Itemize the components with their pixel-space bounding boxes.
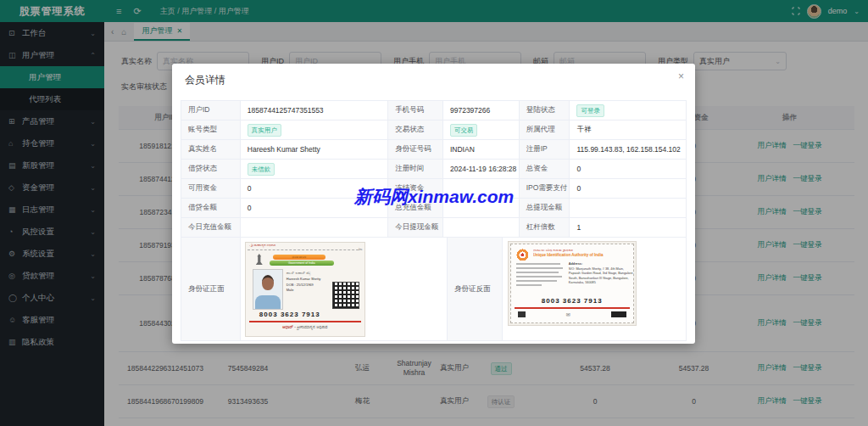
phone-icon (518, 311, 526, 317)
detail-value: 115.99.143.83, 162.158.154.102 (570, 140, 686, 159)
id-back-card: ಭಾರತೀಯ ವಿಶಿಷ್ಟ ಗುರುತು ಪ್ರಾಧಿಕಾರ Unique I… (510, 244, 634, 323)
detail-value (570, 199, 686, 217)
detail-value: 可登录 (570, 101, 686, 120)
red-divider (515, 307, 630, 309)
aadhaar-logo-icon (516, 249, 529, 261)
detail-label: 总资金 (520, 160, 570, 178)
detail-value: Hareesh Kumar Shetty (241, 140, 388, 159)
member-detail-table: 用户ID1858744125747351553手机号码9972397266登陆状… (181, 100, 687, 341)
detail-value: INDIAN (443, 140, 520, 159)
id-back-label: 身份证反面 (448, 238, 503, 340)
detail-label: 账号类型 (181, 121, 241, 139)
detail-row: 真实姓名Hareesh Kumar Shetty身份证号码INDIAN注册IP1… (181, 140, 686, 160)
govt-band-hindi: ಭಾರತ ಸರ್ಕಾರ (273, 255, 326, 260)
detail-row: 今日充值金额今日提现金额杠杆倍数1 (181, 218, 686, 238)
close-icon[interactable]: × (678, 70, 684, 82)
detail-value: 9972397266 (443, 101, 520, 120)
aadhaar-footer: ಆಧಾರ್ - ಶ್ರೀಸಾಮಾನ್ಯನ ಅಧಿಕಾರ (246, 324, 364, 330)
detail-value: 千祥 (570, 121, 686, 139)
detail-label: 身份证号码 (388, 140, 443, 159)
detail-label: 总提现金额 (520, 199, 570, 217)
status-badge: 未借款 (248, 163, 275, 176)
id-photo (253, 269, 283, 310)
india-emblem-icon (256, 254, 263, 265)
detail-value: 真实用户 (241, 121, 388, 139)
detail-value (443, 218, 520, 237)
detail-value: 未借款 (241, 160, 388, 178)
status-badge: 真实用户 (248, 124, 281, 137)
detail-row: 账号类型真实用户交易状态可交易所属代理千祥 (181, 121, 686, 140)
id-gender: Male (287, 288, 331, 294)
site-watermark: 新码网xinmaw.com (354, 185, 514, 209)
detail-label: 真实姓名 (181, 140, 241, 159)
status-badge: 可登录 (576, 104, 604, 117)
detail-label: 借贷状态 (181, 160, 241, 178)
id-front-cell: - ಶ್ರೀಸಾಮಾನ್ಯನ ಅಧಿಕಾರ ✂ ಭಾರತ ಸರ್ಕಾರ Gove… (241, 238, 448, 340)
detail-label: 注册IP (520, 140, 570, 159)
cut-line: ✂ (248, 249, 363, 250)
detail-label: 杠杆倍数 (520, 218, 570, 237)
address-english: Address:S/O: Manjunath Shetty, # 38, 4th… (569, 262, 633, 286)
detail-label: 登陆状态 (520, 101, 570, 120)
authority-kannada: ಭಾರತೀಯ ವಿಶಿಷ್ಟ ಗುರುತು ಪ್ರಾಧಿಕಾರ (533, 248, 632, 252)
id-front-image[interactable]: - ಶ್ರೀಸಾಮಾನ್ಯನ ಅಧಿಕಾರ ✂ ಭಾರತ ಸರ್ಕಾರ Gove… (245, 242, 365, 337)
id-text-lines: ಹರೀಶ್ ಕುಮಾರ್ ಶೆಟ್ಟಿ Hareesh Kumar Shetty… (287, 271, 331, 294)
id-back-cell: ಭಾರತೀಯ ವಿಶಿಷ್ಟ ಗುರುತು ಪ್ರಾಧಿಕಾರ Unique I… (503, 238, 686, 340)
detail-value (241, 218, 388, 237)
detail-label: 用户ID (181, 101, 241, 120)
govt-band-english: Government of India (270, 261, 334, 266)
detail-value: 2024-11-19 16:28:28 (443, 160, 520, 178)
detail-label: 注册时间 (388, 160, 443, 178)
detail-row: 借贷状态未借款注册时间2024-11-19 16:28:28总资金0 (181, 160, 686, 179)
detail-label: 手机号码 (388, 101, 443, 120)
detail-label: 借贷金额 (181, 199, 241, 217)
scissors-icon: ✂ (359, 246, 363, 252)
detail-label: 可用资金 (181, 179, 241, 198)
aadhaar-number: 8003 3623 7913 (246, 311, 334, 318)
aadhaar-top-strip: - ಶ್ರೀಸಾಮಾನ್ಯನ ಅಧಿಕಾರ (249, 243, 364, 249)
detail-value: 1858744125747351553 (241, 101, 388, 120)
detail-value: 0 (570, 160, 686, 178)
id-name: Hareesh Kumar Shetty (287, 277, 331, 283)
status-badge: 可交易 (450, 124, 478, 137)
contact-icons-row: ✉ (518, 311, 626, 317)
detail-label: 交易状态 (388, 121, 443, 139)
address-kannada-lines (516, 263, 564, 289)
id-back-image[interactable]: ಭಾರತೀಯ ವಿಶಿಷ್ಟ ಗುರುತು ಪ್ರಾಧಿಕಾರ Unique I… (508, 241, 637, 326)
detail-value: 可交易 (443, 121, 520, 139)
authority-english: Unique Identification Authority of India (533, 253, 632, 257)
id-dob: DOB : 25/12/1969 (287, 283, 331, 289)
detail-value: 1 (570, 218, 686, 237)
id-front-label: 身份证正面 (181, 238, 241, 340)
qr-code (332, 282, 359, 309)
mail-icon: ✉ (566, 311, 570, 317)
detail-label: IPO需要支付 (520, 179, 570, 198)
detail-label: 所属代理 (520, 121, 570, 139)
detail-value: 0 (570, 179, 686, 198)
modal-title: 会员详情 (185, 73, 225, 87)
red-divider (249, 321, 361, 322)
id-images-row: 身份证正面 - ಶ್ರೀಸಾಮಾನ್ಯನ ಅಧಿಕಾರ ✂ ಭಾರತ ಸರ್ಕಾ… (181, 238, 686, 341)
detail-row: 用户ID1858744125747351553手机号码9972397266登陆状… (181, 101, 686, 121)
aadhaar-number-back: 8003 3623 7913 (511, 297, 633, 305)
website-icon (611, 311, 626, 317)
detail-label: 今日充值金额 (181, 218, 241, 237)
detail-label: 今日提现金额 (388, 218, 443, 237)
